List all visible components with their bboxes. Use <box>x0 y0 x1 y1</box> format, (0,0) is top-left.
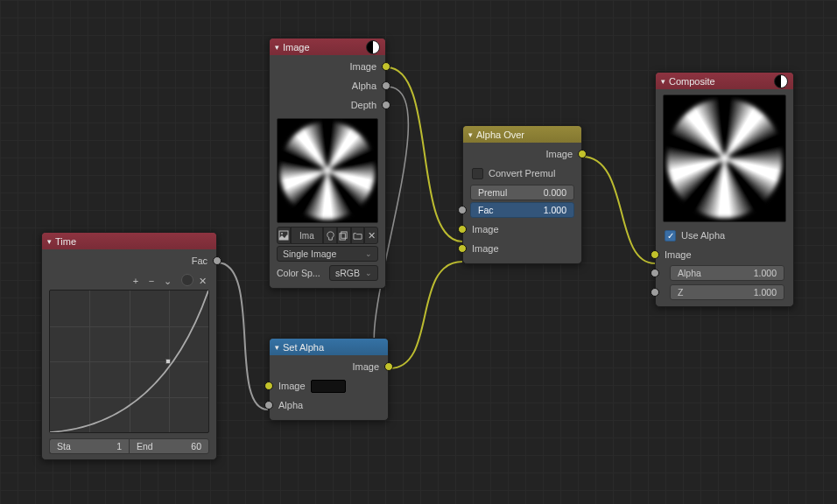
clip-toggle-icon[interactable] <box>181 274 193 286</box>
node-set-alpha[interactable]: ▾ Set Alpha Image Image Alpha <box>269 338 389 421</box>
svg-rect-3 <box>341 231 347 237</box>
socket-fac-out[interactable] <box>213 256 222 265</box>
collapse-icon[interactable]: ▾ <box>275 343 279 352</box>
convert-premul-row: Convert Premul <box>463 164 581 183</box>
curve-handle[interactable] <box>165 359 171 364</box>
socket-fac-in[interactable] <box>458 206 467 214</box>
node-header-composite[interactable]: ▾ Composite <box>656 73 793 89</box>
collapse-icon[interactable]: ▾ <box>275 43 279 52</box>
socket-image-out[interactable] <box>382 62 390 71</box>
node-header-time[interactable]: ▾ Time <box>42 233 216 249</box>
collapse-icon[interactable]: ▾ <box>468 130 473 139</box>
source-select[interactable]: Single Image ⌄ <box>277 246 378 262</box>
composite-preview <box>663 94 786 222</box>
node-composite[interactable]: ▾ Composite ✓ Use Alpha Image Alpha 1.00… <box>655 72 794 307</box>
use-alpha-checkbox[interactable]: ✓ <box>665 230 676 242</box>
socket-z-in[interactable] <box>651 288 659 297</box>
convert-premul-checkbox[interactable] <box>472 168 483 179</box>
input-z: Z 1.000 <box>656 284 793 301</box>
color-swatch[interactable] <box>311 380 346 393</box>
image-name-field[interactable]: Ima <box>291 227 323 244</box>
node-header-image[interactable]: ▾ Image <box>270 38 385 55</box>
socket-image-in[interactable] <box>264 382 273 390</box>
output-alpha: Alpha <box>270 76 385 95</box>
socket-image1-in[interactable] <box>458 225 467 234</box>
socket-image-in[interactable] <box>651 250 659 259</box>
chevron-down-icon: ⌄ <box>365 269 372 277</box>
socket-alpha-in[interactable] <box>264 401 273 410</box>
output-image: Image <box>463 144 581 164</box>
socket-image2-in[interactable] <box>458 244 467 253</box>
input-alpha: Alpha 1.000 <box>656 264 793 282</box>
curve-toolbar: + − ⌄ ✕ <box>42 270 216 290</box>
use-alpha-row: ✓ Use Alpha <box>656 226 793 245</box>
colorspace-select[interactable]: sRGB ⌄ <box>329 265 378 281</box>
output-depth: Depth <box>270 95 385 115</box>
input-image: Image <box>270 376 388 396</box>
reset-icon[interactable]: ✕ <box>195 274 209 288</box>
output-fac: Fac <box>42 251 216 270</box>
node-title: Image <box>283 42 310 52</box>
node-header-alpha-over[interactable]: ▾ Alpha Over <box>463 126 581 143</box>
preview-toggle-icon[interactable] <box>366 40 380 54</box>
end-frame-field[interactable]: End 60 <box>129 438 209 454</box>
socket-alpha-out[interactable] <box>382 81 390 90</box>
socket-alpha-in[interactable] <box>651 269 659 277</box>
input-image: Image <box>656 245 793 264</box>
zoom-out-icon[interactable]: − <box>144 274 158 288</box>
browse-image-icon[interactable] <box>277 227 291 244</box>
node-title: Composite <box>669 76 715 87</box>
fake-user-icon[interactable] <box>323 227 337 244</box>
zoom-in-icon[interactable]: + <box>129 274 143 288</box>
tools-menu-icon[interactable]: ⌄ <box>160 274 174 288</box>
image-datablock-bar: Ima ✕ <box>277 227 378 244</box>
colorspace-label: Color Sp... <box>277 268 326 278</box>
preview-toggle-icon[interactable] <box>774 74 788 88</box>
z-field[interactable]: Z 1.000 <box>670 284 784 300</box>
node-alpha-over[interactable]: ▾ Alpha Over Image Convert Premul Premul… <box>462 125 582 264</box>
socket-image-out[interactable] <box>384 362 393 371</box>
start-frame-field[interactable]: Sta 1 <box>49 438 129 454</box>
socket-image-out[interactable] <box>578 150 587 158</box>
premul-field[interactable]: Premul 0.000 <box>470 185 574 200</box>
fac-field[interactable]: Fac 1.000 <box>470 202 574 218</box>
new-image-icon[interactable] <box>337 227 351 244</box>
chevron-down-icon: ⌄ <box>365 249 372 258</box>
input-alpha: Alpha <box>270 396 388 415</box>
output-image: Image <box>270 57 385 76</box>
output-image: Image <box>270 357 388 376</box>
open-image-icon[interactable] <box>351 227 365 244</box>
collapse-icon[interactable]: ▾ <box>47 237 52 246</box>
node-image[interactable]: ▾ Image Image Alpha Depth Ima <box>269 38 386 289</box>
input-image2: Image <box>463 239 581 258</box>
collapse-icon[interactable]: ▾ <box>661 77 665 86</box>
svg-rect-2 <box>340 233 345 239</box>
socket-depth-out[interactable] <box>382 101 390 109</box>
node-title: Time <box>55 236 76 247</box>
image-preview <box>277 118 378 223</box>
node-title: Set Alpha <box>283 342 324 353</box>
node-title: Alpha Over <box>476 130 524 140</box>
curve-editor[interactable] <box>49 290 209 433</box>
svg-point-1 <box>281 233 283 234</box>
node-time[interactable]: ▾ Time Fac + − ⌄ ✕ <box>41 232 217 460</box>
unlink-image-icon[interactable]: ✕ <box>364 227 378 244</box>
alpha-field[interactable]: Alpha 1.000 <box>670 265 784 281</box>
node-header-set-alpha[interactable]: ▾ Set Alpha <box>270 339 388 355</box>
input-image1: Image <box>463 220 581 239</box>
